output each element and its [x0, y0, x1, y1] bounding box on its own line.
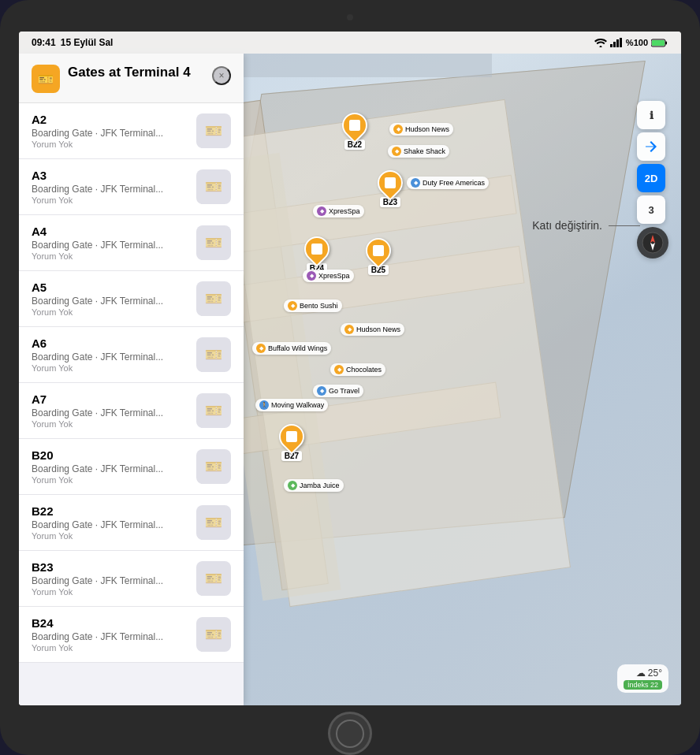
gate-marker-b22[interactable]: B22 [342, 113, 367, 150]
home-button-ring [336, 720, 364, 748]
poi-label-11: Moving Walkway [271, 401, 324, 409]
directions-button[interactable] [637, 132, 665, 161]
signal-icon [610, 38, 623, 47]
gate-name: A4 [32, 225, 188, 238]
gate-desc: Boarding Gate · JFK Terminal... [32, 128, 188, 139]
svg-rect-0 [610, 44, 612, 47]
svg-rect-6 [652, 40, 665, 46]
info-button[interactable]: ℹ [637, 101, 665, 129]
home-button[interactable] [328, 712, 372, 755]
gate-desc: Boarding Gate · JFK Terminal... [32, 184, 188, 195]
gate-marker-b27[interactable]: B27 [279, 424, 304, 461]
svg-rect-1 [613, 42, 616, 47]
gate-desc: Boarding Gate · JFK Terminal... [32, 575, 188, 586]
status-right: %100 [594, 38, 668, 47]
poi-label-7: Hudson News [356, 325, 400, 333]
gate-name: B20 [32, 448, 188, 462]
gate-item[interactable]: A7 Boarding Gate · JFK Terminal... Yorum… [19, 383, 244, 439]
gate-info: B23 Boarding Gate · JFK Terminal... Yoru… [32, 560, 188, 597]
gate-desc: Boarding Gate · JFK Terminal... [32, 463, 188, 474]
poi-buffalo-wild-wings[interactable]: ◆ Buffalo Wild Wings [252, 342, 331, 355]
poi-icon-blue: ◆ [411, 178, 420, 188]
poi-label: Hudson News [405, 125, 449, 133]
poi-moving-walkway[interactable]: 🚶 Moving Walkway [255, 399, 328, 411]
panel-header-left: 🎫 Gates at Terminal 4 [32, 65, 191, 93]
gate-item[interactable]: B24 Boarding Gate · JFK Terminal... Yoru… [19, 607, 244, 663]
gate-thumb-icon: 🎫 [205, 402, 222, 419]
gate-name: A3 [32, 169, 188, 182]
poi-shake-shack[interactable]: ◆ Shake Shack [388, 145, 449, 158]
poi-duty-free[interactable]: ◆ Duty Free Americas [407, 177, 489, 189]
gate-thumb-icon: 🎫 [205, 514, 222, 531]
view-2d-button[interactable]: 2D [637, 164, 665, 192]
poi-label-12: Jamba Juice [300, 482, 340, 489]
gate-info: A3 Boarding Gate · JFK Terminal... Yorum… [32, 169, 188, 205]
panel-icon-symbol: 🎫 [38, 72, 54, 87]
gate-review: Yorum Yok [32, 363, 188, 373]
poi-go-travel[interactable]: ◆ Go Travel [313, 385, 363, 397]
gate-item[interactable]: B20 Boarding Gate · JFK Terminal... Yoru… [19, 439, 244, 495]
gate-thumbnail: 🎫 [196, 617, 231, 652]
gate-info: A2 Boarding Gate · JFK Terminal... Yorum… [32, 113, 188, 149]
direction-icon [644, 139, 658, 154]
poi-hudson-news-1[interactable]: ◆ Hudson News [389, 123, 453, 136]
poi-label-10: Go Travel [329, 387, 359, 395]
poi-icon-orange2: ◆ [392, 147, 401, 156]
gate-marker-b24[interactable]: B24 [304, 236, 330, 273]
gate-desc: Boarding Gate · JFK Terminal... [32, 407, 188, 418]
gate-thumbnail: 🎫 [196, 561, 231, 596]
gate-desc: Boarding Gate · JFK Terminal... [32, 296, 188, 307]
gate-name: A2 [32, 113, 188, 126]
battery-display: %100 [626, 38, 648, 47]
gate-info: B22 Boarding Gate · JFK Terminal... Yoru… [32, 504, 188, 541]
wifi-icon [594, 38, 607, 47]
panel-title: Gates at Terminal 4 [68, 65, 191, 80]
gate-marker-b23[interactable]: B23 [378, 170, 403, 207]
close-button[interactable]: × [212, 66, 231, 85]
poi-hudson-news-2[interactable]: ◆ Hudson News [341, 323, 404, 336]
gate-thumb-icon: 🎫 [205, 178, 222, 195]
gate-info: B24 Boarding Gate · JFK Terminal... Yoru… [32, 616, 188, 653]
gate-review: Yorum Yok [32, 531, 188, 541]
poi-xpresspa-2[interactable]: ◆ XpresSpa [303, 270, 354, 282]
gate-name: B22 [32, 504, 188, 518]
gate-thumb-icon: 🎫 [205, 290, 222, 307]
poi-label-2: Shake Shack [404, 147, 445, 155]
side-panel: 🎫 Gates at Terminal 4 × A2 Boarding Gate… [19, 54, 244, 705]
gate-item[interactable]: A2 Boarding Gate · JFK Terminal... Yorum… [19, 103, 244, 159]
poi-icon-blue3: 🚶 [259, 400, 269, 410]
gate-info: A6 Boarding Gate · JFK Terminal... Yorum… [32, 337, 188, 373]
gate-info: A5 Boarding Gate · JFK Terminal... Yorum… [32, 281, 188, 317]
gate-item[interactable]: A4 Boarding Gate · JFK Terminal... Yorum… [19, 215, 244, 271]
compass-button[interactable] [637, 227, 668, 258]
poi-jamba-juice[interactable]: ◆ Jamba Juice [284, 479, 344, 492]
battery-icon [651, 39, 668, 47]
gate-thumbnail: 🎫 [196, 505, 231, 540]
floor-selector[interactable]: 3 [637, 195, 665, 224]
poi-icon-blue2: ◆ [317, 386, 326, 396]
gate-item[interactable]: B23 Boarding Gate · JFK Terminal... Yoru… [19, 551, 244, 607]
poi-bento-sushi[interactable]: ◆ Bento Sushi [284, 299, 342, 312]
gate-name: B23 [32, 560, 188, 574]
gate-thumb-icon: 🎫 [205, 122, 222, 139]
panel-header: 🎫 Gates at Terminal 4 × [19, 54, 244, 103]
time-display: 09:41 [32, 37, 56, 48]
gate-name: A6 [32, 337, 188, 350]
gate-item[interactable]: A5 Boarding Gate · JFK Terminal... Yorum… [19, 271, 244, 327]
gate-marker-b25[interactable]: B25 [366, 238, 391, 275]
poi-icon-orange5: ◆ [256, 344, 266, 353]
gate-thumb-icon: 🎫 [205, 570, 222, 587]
gate-thumbnail: 🎫 [196, 449, 231, 484]
gate-item[interactable]: A3 Boarding Gate · JFK Terminal... Yorum… [19, 159, 244, 215]
weather-aqi: İndeks 22 [624, 680, 662, 690]
gate-item[interactable]: B22 Boarding Gate · JFK Terminal... Yoru… [19, 495, 244, 551]
gate-list[interactable]: A2 Boarding Gate · JFK Terminal... Yorum… [19, 103, 244, 705]
poi-chocolates[interactable]: ◆ Chocolates [330, 363, 385, 376]
ipad-frame: 09:41 15 Eylül Sal %100 [0, 0, 700, 755]
poi-xpresspa-1[interactable]: ◆ XpresSpa [313, 205, 364, 218]
gate-desc: Boarding Gate · JFK Terminal... [32, 519, 188, 530]
gate-thumb-icon: 🎫 [205, 626, 222, 643]
gate-item[interactable]: A6 Boarding Gate · JFK Terminal... Yorum… [19, 327, 244, 383]
gate-thumbnail: 🎫 [196, 393, 231, 428]
svg-rect-3 [620, 38, 622, 47]
